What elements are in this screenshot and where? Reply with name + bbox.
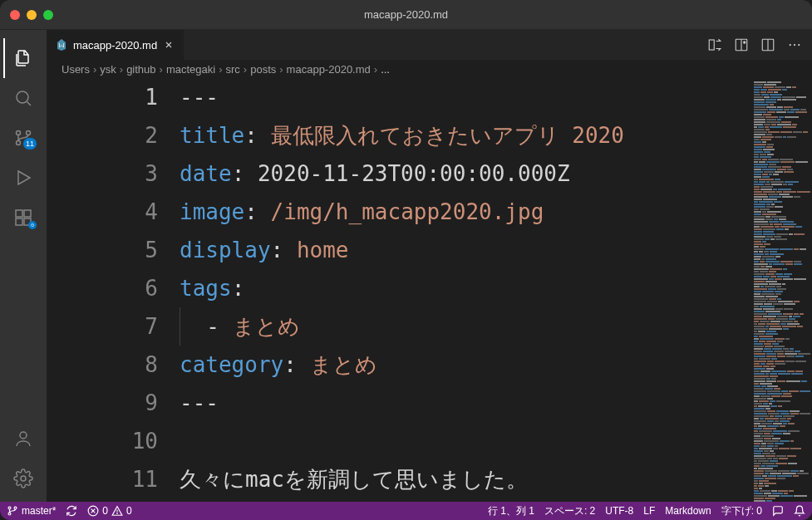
svg-point-21 bbox=[790, 44, 791, 46]
code-line[interactable]: 久々にmacを新調して思いました。 bbox=[180, 460, 752, 498]
status-bell[interactable] bbox=[794, 505, 805, 517]
window-minimize-button[interactable] bbox=[27, 10, 37, 20]
editor-area: macapp-2020.md User bbox=[47, 30, 812, 502]
breadcrumb-item[interactable]: github bbox=[126, 63, 155, 76]
status-branch[interactable]: master* bbox=[7, 505, 56, 517]
files-icon bbox=[13, 48, 33, 68]
window-close-button[interactable] bbox=[10, 10, 20, 20]
statusbar: master* 0 0 行 1、列 1 スペース: 2 UTF-8 LF Mar… bbox=[0, 502, 812, 520]
activity-run[interactable] bbox=[3, 158, 43, 198]
breadcrumb-item[interactable]: Users bbox=[62, 63, 90, 76]
bell-icon bbox=[794, 505, 805, 517]
svg-rect-7 bbox=[16, 218, 22, 225]
breadcrumbs[interactable]: Users › ysk › github › mactegaki › src ›… bbox=[47, 60, 812, 78]
line-number: 7 bbox=[47, 307, 158, 346]
branch-icon bbox=[7, 505, 18, 517]
activity-account[interactable] bbox=[3, 419, 43, 459]
status-cursor[interactable]: 行 1、列 1 bbox=[488, 504, 534, 518]
breadcrumb-item[interactable]: mactegaki bbox=[166, 63, 215, 76]
svg-point-23 bbox=[798, 44, 800, 46]
svg-point-18 bbox=[744, 42, 746, 43]
branch-name: master* bbox=[22, 505, 56, 517]
breadcrumb-item[interactable]: posts bbox=[250, 63, 276, 76]
source-control-badge: 11 bbox=[23, 138, 37, 150]
activity-source-control[interactable]: 11 bbox=[3, 118, 43, 158]
line-number: 10 bbox=[47, 422, 158, 460]
svg-rect-9 bbox=[24, 210, 31, 217]
preview-icon bbox=[734, 37, 749, 52]
clock-icon bbox=[31, 223, 34, 228]
line-number: 3 bbox=[47, 155, 158, 193]
code-line[interactable]: date: 2020-11-23T00:00:00.000Z bbox=[180, 155, 752, 193]
status-eol[interactable]: LF bbox=[643, 505, 655, 517]
more-icon bbox=[787, 37, 802, 52]
split-editor-button[interactable] bbox=[760, 37, 775, 52]
svg-point-0 bbox=[17, 91, 28, 103]
svg-point-11 bbox=[20, 432, 27, 439]
warning-icon bbox=[111, 505, 123, 517]
gear-icon bbox=[13, 468, 33, 488]
code-line[interactable]: title: 最低限入れておきたいアプリ 2020 bbox=[180, 116, 752, 155]
feedback-icon bbox=[772, 505, 784, 517]
chevron-right-icon: › bbox=[160, 63, 163, 76]
statusbar-left: master* 0 0 bbox=[7, 505, 132, 517]
breadcrumb-item[interactable]: macapp-2020.md bbox=[287, 63, 371, 76]
search-icon bbox=[13, 88, 33, 108]
line-number: 8 bbox=[47, 346, 158, 384]
breadcrumb-item[interactable]: ysk bbox=[100, 63, 116, 76]
code-line[interactable]: --- bbox=[180, 78, 752, 116]
open-preview-button[interactable] bbox=[734, 37, 749, 52]
activity-explorer[interactable] bbox=[3, 38, 43, 78]
svg-point-4 bbox=[27, 131, 31, 135]
code-line[interactable] bbox=[180, 422, 752, 460]
minimap[interactable] bbox=[752, 78, 812, 502]
breadcrumb-item[interactable]: src bbox=[226, 63, 240, 76]
svg-point-22 bbox=[794, 44, 795, 46]
play-icon bbox=[13, 168, 33, 188]
svg-point-12 bbox=[21, 476, 26, 481]
status-feedback[interactable] bbox=[772, 505, 784, 517]
svg-rect-15 bbox=[709, 40, 714, 50]
code-line[interactable]: --- bbox=[180, 384, 752, 422]
activity-settings[interactable] bbox=[3, 459, 43, 498]
code-line[interactable]: tags: bbox=[180, 269, 752, 307]
status-spaces[interactable]: スペース: 2 bbox=[544, 504, 595, 518]
svg-point-25 bbox=[8, 513, 11, 515]
tab-filename: macapp-2020.md bbox=[73, 39, 157, 52]
tab-close-button[interactable] bbox=[162, 38, 175, 52]
tab-active[interactable]: macapp-2020.md bbox=[47, 30, 185, 60]
svg-point-26 bbox=[14, 507, 17, 509]
code-area[interactable]: 1234567891011 ---title: 最低限入れておきたいアプリ 20… bbox=[47, 78, 812, 502]
status-problems[interactable]: 0 0 bbox=[87, 505, 131, 517]
status-indent[interactable]: 字下げ: 0 bbox=[721, 504, 762, 518]
compare-button[interactable] bbox=[707, 37, 722, 52]
svg-point-31 bbox=[117, 513, 118, 514]
code-line[interactable]: display: home bbox=[180, 231, 752, 269]
code-line[interactable]: image: /img/h_macapp2020.jpg bbox=[180, 193, 752, 231]
activity-search[interactable] bbox=[3, 78, 43, 118]
code-line[interactable]: - まとめ bbox=[180, 307, 752, 346]
status-sync[interactable] bbox=[66, 505, 77, 517]
sync-icon bbox=[66, 505, 77, 517]
activity-extensions[interactable] bbox=[3, 198, 43, 238]
status-language[interactable]: Markdown bbox=[665, 505, 711, 517]
traffic-lights bbox=[10, 10, 53, 20]
account-icon bbox=[13, 429, 33, 449]
svg-rect-6 bbox=[16, 210, 22, 217]
more-actions-button[interactable] bbox=[787, 37, 802, 52]
titlebar: macapp-2020.md bbox=[0, 0, 812, 30]
window-maximize-button[interactable] bbox=[43, 10, 53, 20]
chevron-right-icon: › bbox=[219, 63, 222, 76]
status-encoding[interactable]: UTF-8 bbox=[605, 505, 633, 517]
compare-icon bbox=[707, 37, 722, 52]
code-content[interactable]: ---title: 最低限入れておきたいアプリ 2020date: 2020-1… bbox=[180, 78, 752, 502]
line-number: 4 bbox=[47, 193, 158, 231]
statusbar-right: 行 1、列 1 スペース: 2 UTF-8 LF Markdown 字下げ: 0 bbox=[488, 504, 805, 518]
code-line[interactable]: category: まとめ bbox=[180, 346, 752, 384]
chevron-right-icon: › bbox=[120, 63, 123, 76]
tabs-bar: macapp-2020.md bbox=[47, 30, 812, 60]
breadcrumb-item[interactable]: ... bbox=[381, 63, 390, 76]
extensions-badge bbox=[28, 221, 37, 229]
close-icon bbox=[164, 40, 174, 50]
window-title: macapp-2020.md bbox=[364, 8, 448, 21]
